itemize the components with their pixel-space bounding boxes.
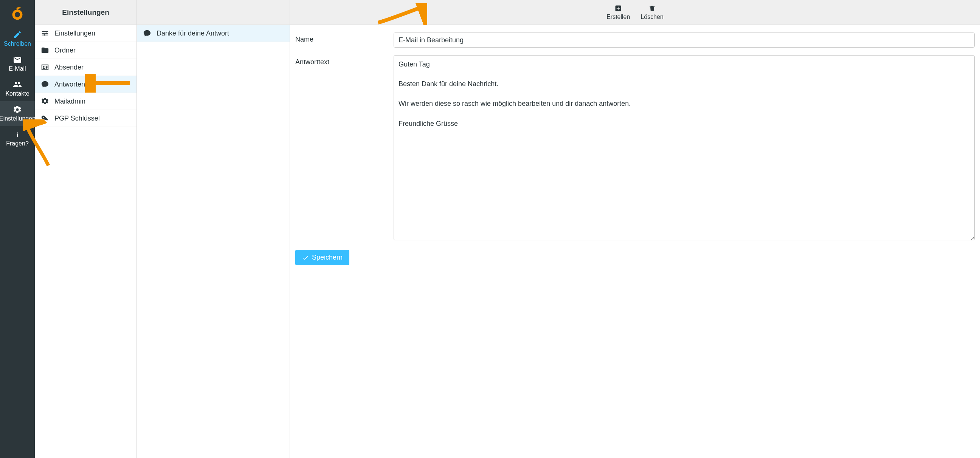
svg-point-3 [43,31,44,33]
replies-header-spacer [137,0,290,25]
nav-settings[interactable]: Einstellungen [0,101,35,126]
reply-list-item[interactable]: Danke für deine Antwort [137,25,290,42]
check-icon [302,254,309,261]
reply-body-textarea[interactable] [394,55,975,240]
toolbar-create-label: Erstellen [606,14,630,21]
replies-panel: Danke für deine Antwort [137,0,290,458]
trash-icon [648,5,656,12]
settings-item-mailadmin[interactable]: Mailadmin [35,93,137,110]
nav-compose-label: Schreiben [4,41,31,47]
settings-item-label: Absender [54,63,84,71]
settings-item-label: Antworten [54,81,85,89]
plus-square-icon [614,5,622,12]
svg-point-4 [46,33,48,34]
settings-item-pgp[interactable]: PGP Schlüssel [35,110,137,127]
toolbar: Erstellen Löschen [290,0,980,25]
save-button[interactable]: Speichern [295,250,349,265]
nav-settings-label: Einstellungen [0,116,35,122]
svg-point-1 [17,133,18,134]
svg-point-0 [14,11,22,19]
settings-item-preferences[interactable]: Einstellungen [35,25,137,42]
settings-item-label: Ordner [54,46,76,54]
settings-item-label: PGP Schlüssel [54,114,100,122]
settings-item-responses[interactable]: Antworten [35,76,137,93]
settings-item-folders[interactable]: Ordner [35,42,137,59]
form-area: Name Antworttext Speichern [290,25,980,277]
nav-contacts-label: Kontakte [5,91,29,97]
svg-point-5 [43,34,45,36]
settings-panel: Einstellungen Einstellungen Ordner Absen… [35,0,137,458]
reply-item-label: Danke für deine Antwort [156,30,229,37]
svg-rect-2 [17,134,18,137]
save-button-label: Speichern [312,254,342,261]
settings-panel-title: Einstellungen [35,0,137,25]
main-panel: Erstellen Löschen Name Antworttext [290,0,980,458]
toolbar-create-button[interactable]: Erstellen [606,5,630,21]
nav-help-label: Fragen? [6,141,29,147]
name-input[interactable] [394,33,975,48]
form-body-label: Antworttext [295,55,394,66]
form-name-label: Name [295,33,394,43]
app-logo [10,2,25,24]
settings-item-identities[interactable]: Absender [35,59,137,76]
settings-list: Einstellungen Ordner Absender Antworten … [35,25,137,127]
toolbar-delete-button[interactable]: Löschen [641,5,663,21]
settings-item-label: Einstellungen [54,30,95,37]
settings-item-label: Mailadmin [54,98,86,105]
svg-point-6 [43,66,45,68]
nav-mail-label: E-Mail [9,66,26,72]
nav-compose[interactable]: Schreiben [0,27,35,51]
nav-help[interactable]: Fragen? [0,126,35,151]
nav-rail: Schreiben E-Mail Kontakte Einstellungen … [0,0,35,458]
toolbar-delete-label: Löschen [641,14,663,21]
nav-mail[interactable]: E-Mail [0,51,35,76]
nav-contacts[interactable]: Kontakte [0,76,35,101]
